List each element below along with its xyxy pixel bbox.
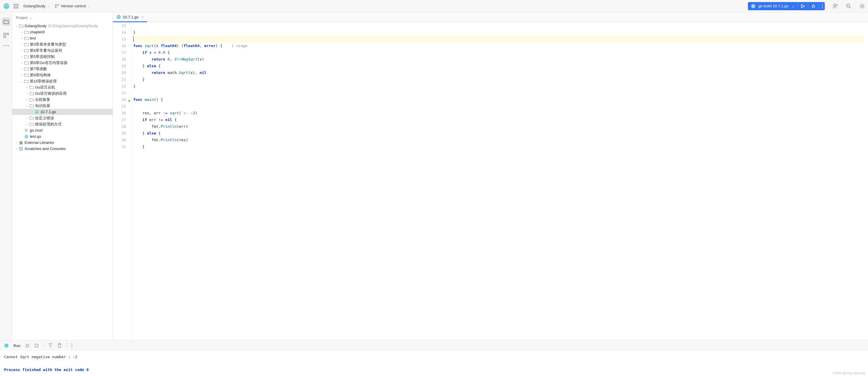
tree-item-label: Go语言宕机	[35, 85, 55, 90]
code-line[interactable]: func main() {	[133, 96, 864, 103]
structure-tool-icon[interactable]	[3, 33, 9, 38]
code-line[interactable]: fmt.Println(err)	[133, 123, 864, 130]
tree-item[interactable]: go.mod	[12, 127, 113, 133]
tree-item[interactable]: test.go	[12, 133, 113, 140]
svg-point-3	[5, 5, 5, 5]
trash-icon[interactable]	[58, 343, 62, 348]
output-line: Cannot Sqrt negative number : -2	[4, 355, 77, 359]
code-line[interactable]: } else {	[133, 63, 864, 69]
code-line[interactable]: func sqrt(x float64) (float64, error) { …	[133, 42, 864, 49]
tree-item[interactable]: ›第5章流程控制	[12, 54, 113, 60]
svg-point-40	[71, 345, 72, 346]
code-line[interactable]: }	[133, 83, 864, 89]
tree-item[interactable]: ›test	[12, 35, 113, 41]
code-line[interactable]: res, err := sqrt( x: -2)	[133, 110, 864, 116]
console-output[interactable]: Cannot Sqrt negative number : -2 Process…	[0, 351, 868, 376]
vcs-crumb[interactable]: Version control ⌄	[55, 4, 90, 8]
svg-rect-31	[20, 147, 23, 150]
svg-point-11	[822, 5, 823, 6]
tree-item-label: 宕机恢复	[35, 97, 50, 102]
tree-item[interactable]: ›External Libraries	[12, 140, 113, 146]
editor-scroll-strip[interactable]	[864, 22, 868, 340]
sidebar-title: Project	[16, 16, 28, 20]
add-user-icon[interactable]	[832, 3, 838, 9]
svg-point-26	[25, 136, 26, 137]
close-icon[interactable]: ×	[142, 15, 144, 19]
svg-point-13	[834, 4, 836, 6]
gutter-line: 22	[113, 83, 131, 89]
tree-item[interactable]: ⌄知识拓展	[12, 103, 113, 109]
tree-item[interactable]: ›宕机恢复	[12, 96, 113, 103]
tree-item[interactable]: ›第3章基本变量与类型	[12, 41, 113, 47]
svg-point-27	[27, 136, 28, 137]
code-line[interactable]: fmt.Println(res)	[133, 137, 864, 143]
tree-chevron-icon: ⌄	[25, 104, 29, 107]
tree-item[interactable]: ›自定义错误	[12, 115, 113, 121]
tree-item-label: 第5章流程控制	[30, 54, 55, 59]
svg-rect-28	[19, 142, 20, 144]
menu-icon[interactable]	[13, 4, 19, 8]
code-line[interactable]: if x < 0.0 {	[133, 49, 864, 56]
tree-item[interactable]: ⌄第10章错误处理	[12, 78, 113, 84]
tree-item[interactable]: ›Go语言错误的应用	[12, 90, 113, 96]
code-line[interactable]: return 0, ErrNegSqrt(x)	[133, 56, 864, 63]
gutter-line: 18	[113, 56, 131, 63]
watermark: CSDN @Ding Jiaxiong	[833, 371, 865, 375]
code-line[interactable]: }	[133, 143, 864, 150]
folder-icon	[24, 36, 29, 40]
tab-label: 10.7.1.go	[123, 15, 138, 19]
tree-item[interactable]: ⌄GolangStudyD:\DingJiaxiong\GolangStudy	[12, 23, 113, 29]
tree-item[interactable]: ›第9章结构体	[12, 72, 113, 78]
project-crumb[interactable]: GolangStudy ⌄	[23, 4, 50, 8]
debug-icon[interactable]	[811, 4, 816, 8]
svg-point-41	[71, 347, 72, 348]
run-icon[interactable]	[801, 4, 805, 8]
editor-content[interactable]: }func sqrt(x float64) (float64, error) {…	[131, 22, 864, 340]
tree-item-label: 错误处理的方式	[35, 122, 62, 127]
folder-icon	[24, 79, 29, 83]
code-line[interactable]: }	[133, 76, 864, 83]
more-icon[interactable]	[822, 4, 823, 8]
code-line[interactable]: if err != nil {	[133, 116, 864, 123]
more-icon[interactable]	[71, 343, 72, 348]
folder-icon	[29, 85, 34, 89]
code-line[interactable]	[133, 22, 864, 29]
gopher-icon	[751, 4, 755, 8]
search-icon[interactable]	[846, 3, 851, 9]
sidebar-header[interactable]: Project ⌄	[12, 12, 113, 23]
stop-icon[interactable]	[34, 344, 38, 348]
editor-tab[interactable]: 10.7.1.go ×	[113, 12, 147, 22]
code-line[interactable]	[133, 103, 864, 110]
run-config-selector[interactable]: go build 10.7.1.go ⌄	[748, 2, 825, 10]
code-line[interactable]: } else {	[133, 130, 864, 137]
tree-chevron-icon: ⌄	[20, 80, 24, 83]
more-tool-icon[interactable]	[3, 45, 9, 46]
tree-item[interactable]: ›错误处理的方式	[12, 121, 113, 127]
tree-item[interactable]: ›第6章Go语言内置容器	[12, 60, 113, 66]
svg-point-25	[25, 135, 28, 138]
project-tree[interactable]: ⌄GolangStudyD:\DingJiaxiong\GolangStudy›…	[12, 23, 113, 340]
code-line[interactable]: return math.Sqrt(x), nil	[133, 69, 864, 76]
filter-icon[interactable]	[48, 343, 53, 348]
rerun-icon[interactable]	[25, 343, 30, 348]
code-line[interactable]	[133, 89, 864, 96]
tree-item[interactable]: ›第7章函数	[12, 66, 113, 72]
folder-icon	[29, 104, 34, 108]
svg-point-19	[3, 45, 4, 46]
tree-item[interactable]: ›Scratches and Consoles	[12, 146, 113, 152]
gutter-line: 29	[113, 130, 131, 137]
tree-item[interactable]: ›Go语言宕机	[12, 84, 113, 90]
code-line[interactable]	[133, 36, 864, 42]
code-line[interactable]: }	[133, 29, 864, 36]
tree-item[interactable]: 10.7.1.go	[12, 109, 113, 115]
project-tool-icon[interactable]	[2, 18, 10, 26]
svg-point-23	[36, 111, 37, 112]
tree-item-label: 第9章结构体	[30, 73, 51, 78]
svg-point-20	[5, 45, 6, 46]
tree-item[interactable]: ›第4章常量与运算符	[12, 47, 113, 54]
gopher-icon	[34, 110, 39, 114]
tree-item[interactable]: ›chapter8	[12, 29, 113, 35]
gear-icon[interactable]	[859, 3, 865, 9]
code-editor[interactable]: 131415161718192021222324▶25262728293031 …	[113, 22, 868, 340]
run-tool-window: Run Cannot Sqrt negative number : -2 Pro…	[0, 340, 868, 376]
